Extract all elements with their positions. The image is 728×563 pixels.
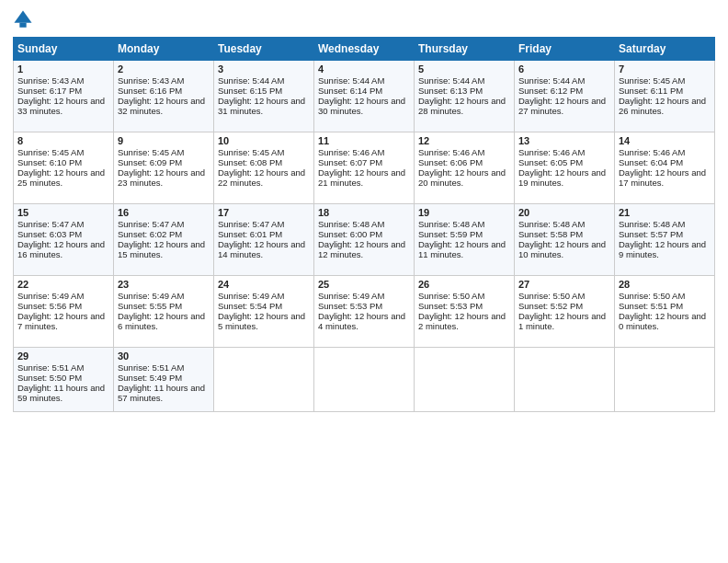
- day-number: 6: [518, 63, 610, 75]
- day-info: Daylight: 12 hours and 28 minutes.: [418, 96, 510, 116]
- day-header: Friday: [515, 38, 615, 61]
- day-info: Sunrise: 5:46 AM: [318, 147, 410, 157]
- calendar-cell: 1Sunrise: 5:43 AMSunset: 6:17 PMDaylight…: [14, 61, 114, 132]
- calendar-body: 1Sunrise: 5:43 AMSunset: 6:17 PMDaylight…: [14, 61, 715, 412]
- day-number: 17: [218, 207, 310, 218]
- day-info: Sunrise: 5:51 AM: [118, 362, 210, 373]
- day-number: 26: [418, 279, 510, 290]
- day-info: Sunset: 6:13 PM: [418, 86, 510, 96]
- day-number: 11: [318, 135, 410, 146]
- day-info: Daylight: 12 hours and 26 minutes.: [619, 96, 711, 116]
- calendar-cell: 15Sunrise: 5:47 AMSunset: 6:03 PMDayligh…: [14, 204, 114, 276]
- day-number: 1: [17, 63, 109, 75]
- day-info: Sunset: 6:03 PM: [17, 229, 109, 239]
- day-info: Daylight: 12 hours and 4 minutes.: [318, 311, 410, 331]
- day-info: Sunset: 5:54 PM: [218, 301, 310, 311]
- day-info: Sunrise: 5:45 AM: [17, 147, 109, 157]
- calendar-cell: [515, 348, 615, 412]
- calendar-cell: 10Sunrise: 5:45 AMSunset: 6:08 PMDayligh…: [214, 132, 314, 204]
- day-number: 30: [118, 350, 210, 362]
- page: SundayMondayTuesdayWednesdayThursdayFrid…: [0, 0, 728, 563]
- calendar-cell: 16Sunrise: 5:47 AMSunset: 6:02 PMDayligh…: [114, 204, 214, 276]
- day-info: Sunrise: 5:45 AM: [619, 75, 711, 86]
- day-info: Sunset: 6:08 PM: [218, 157, 310, 167]
- day-info: Daylight: 12 hours and 6 minutes.: [118, 311, 210, 331]
- day-info: Sunset: 5:52 PM: [518, 301, 610, 311]
- day-info: Sunset: 5:53 PM: [318, 301, 410, 311]
- calendar-cell: 6Sunrise: 5:44 AMSunset: 6:12 PMDaylight…: [515, 61, 615, 132]
- day-number: 2: [118, 63, 210, 75]
- day-info: Sunset: 5:51 PM: [619, 301, 711, 311]
- day-info: Daylight: 11 hours and 59 minutes.: [17, 383, 109, 403]
- day-number: 12: [418, 135, 510, 146]
- calendar-cell: 30Sunrise: 5:51 AMSunset: 5:49 PMDayligh…: [114, 348, 214, 412]
- day-number: 27: [518, 279, 610, 290]
- calendar-cell: 29Sunrise: 5:51 AMSunset: 5:50 PMDayligh…: [14, 348, 114, 412]
- day-info: Daylight: 12 hours and 7 minutes.: [17, 311, 109, 331]
- day-info: Daylight: 12 hours and 32 minutes.: [118, 96, 210, 116]
- day-number: 4: [318, 63, 410, 75]
- day-info: Sunrise: 5:47 AM: [118, 219, 210, 229]
- day-info: Sunrise: 5:44 AM: [418, 75, 510, 86]
- day-info: Sunset: 6:16 PM: [118, 86, 210, 96]
- calendar-week-row: 1Sunrise: 5:43 AMSunset: 6:17 PMDaylight…: [14, 61, 715, 132]
- calendar-cell: 11Sunrise: 5:46 AMSunset: 6:07 PMDayligh…: [314, 132, 415, 204]
- day-info: Sunrise: 5:49 AM: [218, 291, 310, 301]
- day-info: Daylight: 12 hours and 14 minutes.: [218, 239, 310, 259]
- day-info: Sunrise: 5:49 AM: [118, 291, 210, 301]
- logo: [13, 9, 36, 29]
- day-info: Sunset: 6:04 PM: [619, 157, 711, 167]
- calendar-cell: 28Sunrise: 5:50 AMSunset: 5:51 PMDayligh…: [615, 276, 715, 348]
- day-number: 23: [118, 279, 210, 290]
- calendar-cell: 5Sunrise: 5:44 AMSunset: 6:13 PMDaylight…: [415, 61, 515, 132]
- calendar-cell: 3Sunrise: 5:44 AMSunset: 6:15 PMDaylight…: [214, 61, 314, 132]
- calendar-cell: 13Sunrise: 5:46 AMSunset: 6:05 PMDayligh…: [515, 132, 615, 204]
- day-info: Sunset: 6:05 PM: [518, 157, 610, 167]
- day-info: Sunset: 6:02 PM: [118, 229, 210, 239]
- day-number: 22: [17, 279, 109, 290]
- calendar-cell: 22Sunrise: 5:49 AMSunset: 5:56 PMDayligh…: [14, 276, 114, 348]
- day-header: Sunday: [14, 38, 114, 61]
- svg-rect-1: [19, 23, 26, 28]
- logo-icon: [13, 9, 33, 29]
- svg-marker-0: [14, 10, 31, 22]
- day-info: Sunset: 6:11 PM: [619, 86, 711, 96]
- calendar-cell: 20Sunrise: 5:48 AMSunset: 5:58 PMDayligh…: [515, 204, 615, 276]
- day-info: Sunset: 6:07 PM: [318, 157, 410, 167]
- day-info: Sunset: 6:12 PM: [518, 86, 610, 96]
- calendar-cell: 19Sunrise: 5:48 AMSunset: 5:59 PMDayligh…: [415, 204, 515, 276]
- day-info: Daylight: 12 hours and 17 minutes.: [619, 167, 711, 188]
- day-info: Sunset: 6:06 PM: [418, 157, 510, 167]
- day-info: Daylight: 12 hours and 19 minutes.: [518, 167, 610, 188]
- day-number: 21: [619, 207, 711, 218]
- day-info: Daylight: 12 hours and 16 minutes.: [17, 239, 109, 259]
- calendar-table: SundayMondayTuesdayWednesdayThursdayFrid…: [13, 37, 715, 412]
- day-info: Daylight: 12 hours and 22 minutes.: [218, 167, 310, 188]
- day-info: Sunrise: 5:45 AM: [218, 147, 310, 157]
- day-info: Sunrise: 5:51 AM: [17, 362, 109, 373]
- day-info: Sunset: 5:53 PM: [418, 301, 510, 311]
- day-info: Daylight: 12 hours and 5 minutes.: [218, 311, 310, 331]
- day-info: Daylight: 12 hours and 20 minutes.: [418, 167, 510, 188]
- day-info: Daylight: 12 hours and 27 minutes.: [518, 96, 610, 116]
- day-info: Sunset: 5:56 PM: [17, 301, 109, 311]
- calendar-cell: 9Sunrise: 5:45 AMSunset: 6:09 PMDaylight…: [114, 132, 214, 204]
- day-info: Sunrise: 5:50 AM: [619, 291, 711, 301]
- day-info: Sunrise: 5:43 AM: [17, 75, 109, 86]
- day-number: 3: [218, 63, 310, 75]
- day-info: Sunrise: 5:45 AM: [118, 147, 210, 157]
- day-info: Daylight: 12 hours and 15 minutes.: [118, 239, 210, 259]
- calendar-cell: 18Sunrise: 5:48 AMSunset: 6:00 PMDayligh…: [314, 204, 415, 276]
- day-info: Sunset: 5:58 PM: [518, 229, 610, 239]
- day-number: 28: [619, 279, 711, 290]
- calendar-week-row: 29Sunrise: 5:51 AMSunset: 5:50 PMDayligh…: [14, 348, 715, 412]
- day-number: 14: [619, 135, 711, 146]
- calendar-cell: [615, 348, 715, 412]
- header: [13, 9, 715, 29]
- day-info: Daylight: 12 hours and 23 minutes.: [118, 167, 210, 188]
- day-info: Sunrise: 5:43 AM: [118, 75, 210, 86]
- calendar-cell: 4Sunrise: 5:44 AMSunset: 6:14 PMDaylight…: [314, 61, 415, 132]
- day-info: Daylight: 11 hours and 57 minutes.: [118, 383, 210, 403]
- day-number: 10: [218, 135, 310, 146]
- day-info: Sunset: 5:55 PM: [118, 301, 210, 311]
